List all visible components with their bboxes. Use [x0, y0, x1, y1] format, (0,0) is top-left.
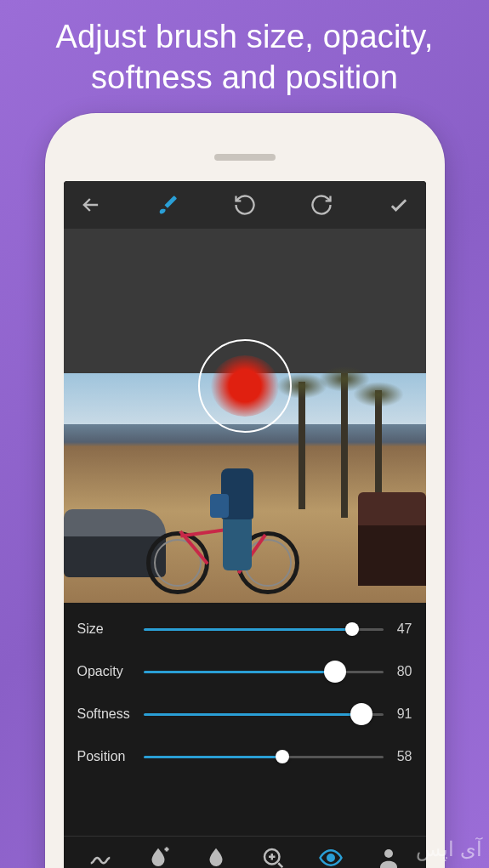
slider-value: 58 — [384, 749, 412, 764]
slider-value: 80 — [384, 664, 412, 679]
eye-icon[interactable] — [318, 845, 344, 869]
redo-icon[interactable] — [310, 193, 333, 217]
slider-value: 47 — [384, 621, 412, 637]
back-icon[interactable] — [79, 193, 103, 217]
person-icon[interactable] — [376, 845, 401, 869]
slider-track-softness[interactable] — [144, 704, 384, 724]
squiggle-icon[interactable] — [88, 845, 113, 869]
brush-preview-circle[interactable] — [198, 339, 292, 433]
slider-track-opacity[interactable] — [144, 661, 384, 682]
brush-preview-dot — [211, 355, 279, 417]
watermark: آی اپس — [416, 837, 482, 861]
slider-track-size[interactable] — [144, 619, 384, 639]
slider-softness: Softness 91 — [77, 693, 412, 735]
editor-top-bar — [64, 181, 426, 229]
apply-icon[interactable] — [387, 193, 411, 217]
promo-headline: Adjust brush size, opacity, softness and… — [0, 0, 489, 113]
zoom-in-icon[interactable] — [260, 845, 286, 869]
slider-value: 91 — [384, 706, 412, 722]
undo-icon[interactable] — [233, 193, 257, 217]
bottom-toolbar — [64, 836, 426, 868]
slider-label: Opacity — [77, 664, 144, 679]
slider-track-position[interactable] — [144, 746, 384, 767]
drop-plus-icon[interactable] — [145, 845, 171, 869]
slider-label: Size — [77, 621, 144, 637]
slider-position: Position 58 — [77, 735, 412, 778]
phone-frame: Size 47 Opacity 80 Softness — [45, 113, 445, 868]
svg-point-2 — [384, 849, 393, 858]
brush-icon[interactable] — [156, 193, 179, 217]
slider-label: Position — [77, 749, 144, 764]
slider-size: Size 47 — [77, 608, 412, 650]
drop-icon[interactable] — [203, 845, 229, 869]
canvas-area[interactable] — [64, 229, 426, 603]
slider-opacity: Opacity 80 — [77, 650, 412, 693]
phone-screen: Size 47 Opacity 80 Softness — [64, 181, 426, 868]
slider-label: Softness — [77, 706, 144, 722]
svg-point-1 — [327, 854, 334, 861]
sliders-panel: Size 47 Opacity 80 Softness — [64, 603, 426, 836]
